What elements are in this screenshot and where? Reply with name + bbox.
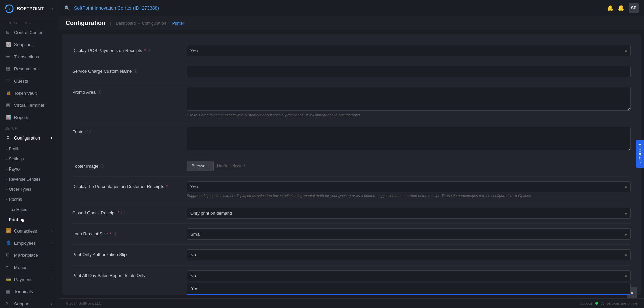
control-footer-image: Browse... No file selected. [187,161,631,171]
textarea-promo-area[interactable] [187,87,631,111]
info-icon-7[interactable]: ⓘ [114,231,117,236]
svg-text:S: S [7,7,10,11]
sidebar-item-configuration[interactable]: ⚙ Configuration ▾ [1,132,57,144]
label-print-only-auth-slip: Print Only Authorization Slip [72,249,187,257]
page-header: Configuration | Dashboard » Configuratio… [59,16,644,30]
promo-area-hint: Use this area to communicate with custom… [187,113,631,117]
info-icon-4[interactable]: ⓘ [100,164,104,169]
label-closed-check-receipt: Closed Check Receipt * ⓘ [72,208,187,215]
info-icon-2[interactable]: ⓘ [98,90,101,95]
sidebar-item-terminals[interactable]: ▣ Terminals [1,286,57,297]
sidebar-item-guests[interactable]: ♡ Guests [1,75,57,87]
sidebar-item-support[interactable]: ? Support › [1,298,57,308]
info-icon-0[interactable]: ⓘ [148,48,151,53]
sidebar-label-contactless: Contactless [14,228,37,234]
form-panel: Display POS Payments on Receipts * ⓘ Yes… [62,34,641,295]
logo-text: SOFTPOINT [17,6,44,11]
wifi-icon: 📶 [6,228,11,234]
sidebar-item-transactions[interactable]: ☰ Transactions [1,51,57,62]
sidebar-sub-label-rooms: Rooms [9,197,22,202]
sidebar-sub-label-settings: Settings [9,157,24,161]
sidebar-sub-item-order-types[interactable]: Order Types [1,185,57,194]
select-display-tip-percentages[interactable]: Yes No [187,181,631,192]
calendar-icon: ▦ [6,66,11,71]
control-print-all-day-sales: Yes No Yes No [187,270,631,295]
main-content: 🔍 SoftPoint Innovation Center (ID: 27338… [59,0,644,308]
field-closed-check-receipt: Closed Check Receipt * ⓘ Only print on d… [72,203,631,224]
notifications-icon[interactable]: 🔔 [607,5,614,11]
select-closed-check-receipt[interactable]: Only print on demand Always print Never … [187,208,631,219]
sidebar-sub-item-payroll[interactable]: Payroll [1,164,57,174]
sidebar-item-snapshot[interactable]: 📈 Snapshot [1,39,57,50]
info-icon-3[interactable]: ⓘ [87,129,91,134]
sidebar-label-configuration: Configuration [14,135,40,141]
select-wrap-8: Yes No [187,249,631,260]
sidebar-label-transactions: Transactions [14,54,39,59]
field-print-only-auth-slip: Print Only Authorization Slip Yes No [72,245,631,266]
info-icon-6[interactable]: ⓘ [121,210,125,215]
sidebar-label-terminals: Terminals [14,289,33,294]
select-display-pos-payments[interactable]: Yes No [187,45,631,56]
sidebar-sub-item-profile[interactable]: Profile [1,144,57,154]
label-footer: Footer ⓘ [72,127,187,134]
sidebar-sub-item-rooms[interactable]: Rooms [1,195,57,204]
sidebar-item-contactless[interactable]: 📶 Contactless › [1,225,57,237]
grid2-icon: ⊞ [6,252,11,258]
sidebar-sub-item-printing[interactable]: Printing [1,215,57,224]
sidebar-label-token-vault: Token Vault [14,91,37,96]
settings-icon: ⚙ [6,135,11,141]
select-print-all-day-sales-trigger[interactable]: Yes No [187,270,631,281]
content-area: Display POS Payments on Receipts * ⓘ Yes… [59,30,644,298]
required-star-0: * [144,48,146,53]
sidebar-item-virtual-terminal[interactable]: ▣ Virtual Terminal [1,99,57,111]
sidebar-item-payments[interactable]: 💳 Payments › [1,274,57,285]
heart-icon: ♡ [6,78,11,84]
dropdown-option-yes[interactable]: Yes [187,283,630,294]
chevron-right-icon2: › [51,241,52,245]
sidebar-label-payments: Payments [14,277,34,282]
feedback-tab[interactable]: FEEDBACK [636,140,644,168]
sidebar-label-control-center: Control Center [14,30,43,35]
collapse-sidebar-button[interactable]: ‹ [52,6,54,12]
sidebar-label-reports: Reports [14,115,30,120]
label-footer-image: Footer Image ⓘ [72,161,187,169]
sidebar-item-reports[interactable]: 📊 Reports [1,112,57,123]
browse-button[interactable]: Browse... [187,161,214,171]
label-display-tip-percentages: Display Tip Percentages on Customer Rece… [72,181,187,189]
copyright-text: © 2024 SoftPoint LLC. [66,301,103,305]
sidebar-sub-item-revenue-centers[interactable]: Revenue Centers [1,175,57,184]
info-icon-1[interactable]: ⓘ [134,69,137,74]
user-avatar[interactable]: SP [629,3,639,13]
select-logo-receipt-size[interactable]: Small Medium Large [187,228,631,240]
monitor-icon: ▣ [6,102,11,108]
breadcrumb-configuration[interactable]: Configuration [142,21,166,26]
sidebar-item-employees[interactable]: 👤 Employees › [1,237,57,249]
sidebar-item-menus[interactable]: ≡ Menus › [1,261,57,273]
breadcrumb-dashboard[interactable]: Dashboard [116,21,136,26]
control-display-tip-percentages: Yes No Suggested tip options can be disp… [187,181,631,198]
required-star-6: * [118,210,119,215]
control-closed-check-receipt: Only print on demand Always print Never … [187,208,631,219]
control-promo-area: Use this area to communicate with custom… [187,87,631,117]
sidebar-label-guests: Guests [14,79,28,84]
dropdown-option-no[interactable]: No [187,294,630,295]
textarea-footer[interactable] [187,127,631,150]
sidebar-item-token-vault[interactable]: 🔒 Token Vault [1,87,57,99]
input-service-charge-name[interactable] [187,66,631,77]
sidebar-item-control-center[interactable]: ⊞ Control Center [1,27,57,38]
search-icon[interactable]: 🔍 [64,5,70,11]
sidebar-sub-item-settings[interactable]: Settings [1,154,57,164]
users-icon: 👤 [6,240,11,246]
control-print-only-auth-slip: Yes No [187,249,631,260]
sidebar-item-reservations[interactable]: ▦ Reservations [1,63,57,74]
lock-icon: 🔒 [6,90,11,96]
sidebar-logo: S SOFTPOINT ‹ [0,0,59,18]
label-print-all-day-sales: Print All Day Sales Report Totals Only [72,270,187,278]
file-input-wrap: Browse... No file selected. [187,161,631,171]
sidebar-item-marketplace[interactable]: ⊞ Marketplace [1,249,57,261]
sidebar-sub-item-tax-rates[interactable]: Tax Rates [1,205,57,214]
tip-hint: Suggested tip options can be displayed a… [187,194,631,198]
select-print-only-auth-slip[interactable]: Yes No [187,249,631,260]
sidebar-label-employees: Employees [14,241,36,246]
alert-icon[interactable]: 🔔 [618,5,624,11]
